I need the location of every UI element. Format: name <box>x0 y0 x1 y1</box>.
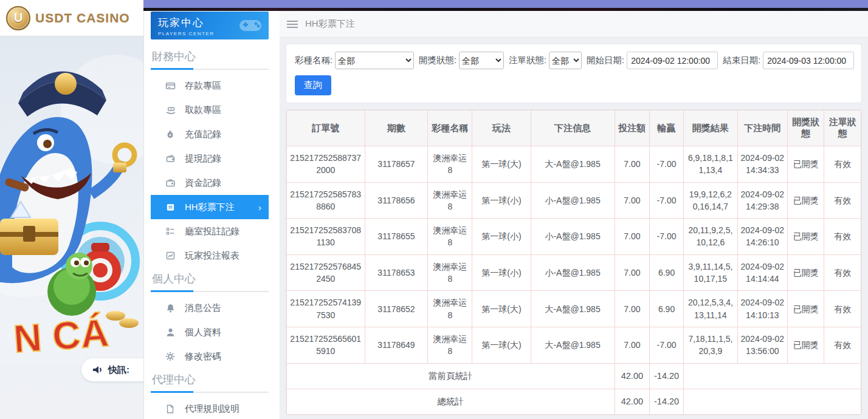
banner-caption: N CÁ <box>12 311 110 361</box>
cell-bet-info: 大-A盤@1.985 <box>531 327 615 363</box>
cell-play-type: 第一球(小) <box>472 219 531 255</box>
cell-order-no: 2152172525837081130 <box>287 219 365 255</box>
sidebar-item-deposit-area[interactable]: 存款專區 <box>151 73 269 98</box>
menu-toggle-icon[interactable] <box>287 21 298 28</box>
summary-bet-amount: 42.00 <box>615 389 650 414</box>
cell-order-status: 有效 <box>824 327 861 363</box>
cell-win-loss: -7.00 <box>650 327 684 363</box>
cell-draw-status: 已開獎 <box>787 219 824 255</box>
col-header-order-no: 訂單號 <box>287 111 365 146</box>
page-total-row: 當前頁統計42.00-14.20 <box>287 363 861 389</box>
sidebar-item-label: 代理規則說明 <box>185 403 239 415</box>
coin-purse-icon <box>165 177 176 188</box>
col-header-draw-status: 開獎狀態 <box>787 111 824 146</box>
cell-draw-result: 20,11,9,2,5,10,12,6 <box>683 219 737 255</box>
start-date-input[interactable] <box>627 52 718 69</box>
sidebar-item-label: 消息公告 <box>185 302 221 314</box>
cell-draw-status: 已開獎 <box>787 254 824 291</box>
table-row[interactable]: 215217252585783886031178656澳洲幸运8第一球(小)小-… <box>287 182 861 219</box>
table-row[interactable]: 215217252574139753031178652澳洲幸运8第一球(大)大-… <box>287 291 861 327</box>
wallet-icon <box>165 153 176 164</box>
sidebar-item-label: 充值記錄 <box>185 129 221 140</box>
cell-lottery-name: 澳洲幸运8 <box>428 219 472 255</box>
file-icon <box>165 403 176 414</box>
grand-total-row: 總統計42.00-14.20 <box>287 389 861 414</box>
sidebar-item-change-password[interactable]: 修改密碼 <box>151 344 269 369</box>
player-center-screen: U USDT CASINO <box>0 0 868 419</box>
cell-bet-amount: 7.00 <box>615 219 650 255</box>
table-row[interactable]: 215217252588737200031178657澳洲幸运8第一球(大)大-… <box>287 146 861 183</box>
cell-draw-status: 已開獎 <box>787 327 824 363</box>
cell-bet-amount: 7.00 <box>615 327 650 363</box>
sidebar-item-player-bet-report[interactable]: 玩家投注報表 <box>151 244 269 268</box>
sidebar-item-room-bet-record[interactable]: 廳室投註記錄 <box>151 219 269 244</box>
cell-draw-result: 7,18,11,1,5,20,3,9 <box>683 327 737 363</box>
sidebar-item-withdraw-area[interactable]: 取款專區 <box>151 98 269 122</box>
table-row[interactable]: 215217252583708113031178655澳洲幸运8第一球(小)小-… <box>287 219 861 255</box>
start-date-label: 開始日期: <box>587 55 624 66</box>
filter-bar: 彩種名稱: 全部 開獎狀態: 全部 注單狀態: 全 <box>286 44 862 103</box>
order-status-label: 注單狀態: <box>509 55 546 66</box>
section-underline <box>151 69 269 70</box>
col-header-bet-amount: 投注額 <box>615 111 650 146</box>
coin-logo-icon: U <box>6 6 30 30</box>
cell-order-status: 有效 <box>824 146 861 183</box>
sidebar-item-funds-record[interactable]: 資金記錄 <box>151 171 269 195</box>
cell-bet-time: 2024-09-02 14:34:33 <box>737 146 787 183</box>
sidebar-item-hh-lottery-bets[interactable]: HH彩票下注› <box>151 195 269 219</box>
sidebar-item-profile[interactable]: 個人資料 <box>151 320 269 344</box>
cell-period: 31178653 <box>365 254 428 291</box>
cell-lottery-name: 澳洲幸运8 <box>428 182 472 219</box>
search-button[interactable]: 查詢 <box>295 75 331 95</box>
sidebar-item-announcements[interactable]: 消息公告 <box>151 296 269 320</box>
cell-order-status: 有效 <box>824 182 861 219</box>
sidebar-item-agent-rules[interactable]: 代理規則說明 <box>151 397 269 419</box>
section-underline <box>151 291 269 292</box>
cell-play-type: 第一球(大) <box>472 146 531 183</box>
cell-play-type: 第一球(大) <box>472 291 531 327</box>
summary-win-loss: -14.20 <box>650 363 684 389</box>
end-date-label: 結束日期: <box>723 55 760 66</box>
sidebar-item-withdraw-record[interactable]: 提現記錄 <box>151 146 269 171</box>
top-purple-bar <box>143 0 868 8</box>
sidebar-item-label: 存款專區 <box>185 80 221 92</box>
draw-status-select[interactable]: 全部 <box>459 52 504 69</box>
bets-table-card: 訂單號期數彩種名稱玩法下注信息投注額輸贏開獎結果下注時間開獎狀態注單狀態 215… <box>286 109 862 415</box>
promo-panel: U USDT CASINO <box>0 0 143 419</box>
report-chart-icon <box>165 250 176 261</box>
summary-empty <box>683 363 861 389</box>
gear-icon <box>165 351 176 362</box>
gamepad-icon <box>238 16 263 33</box>
sidebar-section-title: 個人中心 <box>151 268 269 291</box>
cell-play-type: 第一球(小) <box>472 254 531 291</box>
chevron-right-icon: › <box>258 202 261 213</box>
cell-bet-info: 大-A盤@1.985 <box>531 291 615 327</box>
cell-bet-info: 小-A盤@1.985 <box>531 182 615 219</box>
table-row[interactable]: 215217252576845245031178653澳洲幸运8第一球(小)小-… <box>287 254 861 291</box>
table-row[interactable]: 215217252565601591031178649澳洲幸运8第一球(大)大-… <box>287 327 861 363</box>
summary-bet-amount: 42.00 <box>615 363 650 389</box>
section-underline <box>151 392 269 393</box>
main-header: HH彩票下注 <box>280 11 868 38</box>
sidebar-section-title: 財務中心 <box>151 46 269 69</box>
card-icon <box>165 80 176 91</box>
cell-draw-result: 19,9,12,6,20,16,14,7 <box>683 182 737 219</box>
cell-bet-amount: 7.00 <box>615 254 650 291</box>
room-list-icon <box>165 226 176 237</box>
news-ticker[interactable]: 快訊: <box>81 358 143 381</box>
cell-draw-result: 20,12,5,3,4,13,11,14 <box>683 291 737 327</box>
lottery-name-label: 彩種名稱: <box>295 55 332 66</box>
brand-logo[interactable]: U USDT CASINO <box>0 0 143 36</box>
lottery-name-select[interactable]: 全部 <box>335 52 414 69</box>
end-date-input[interactable] <box>763 52 854 69</box>
sidebar-item-recharge-record[interactable]: 充值記錄 <box>151 122 269 146</box>
cell-bet-amount: 7.00 <box>615 291 650 327</box>
brand-name: USDT CASINO <box>35 11 130 26</box>
draw-status-label: 開獎狀態: <box>419 55 456 66</box>
cell-order-no: 2152172525741397530 <box>287 291 365 327</box>
summary-empty <box>683 389 861 414</box>
order-status-select[interactable]: 全部 <box>549 52 582 69</box>
money-bag-icon <box>165 129 176 140</box>
cell-lottery-name: 澳洲幸运8 <box>428 254 472 291</box>
bets-table: 訂單號期數彩種名稱玩法下注信息投注額輸贏開獎結果下注時間開獎狀態注單狀態 215… <box>286 110 861 415</box>
